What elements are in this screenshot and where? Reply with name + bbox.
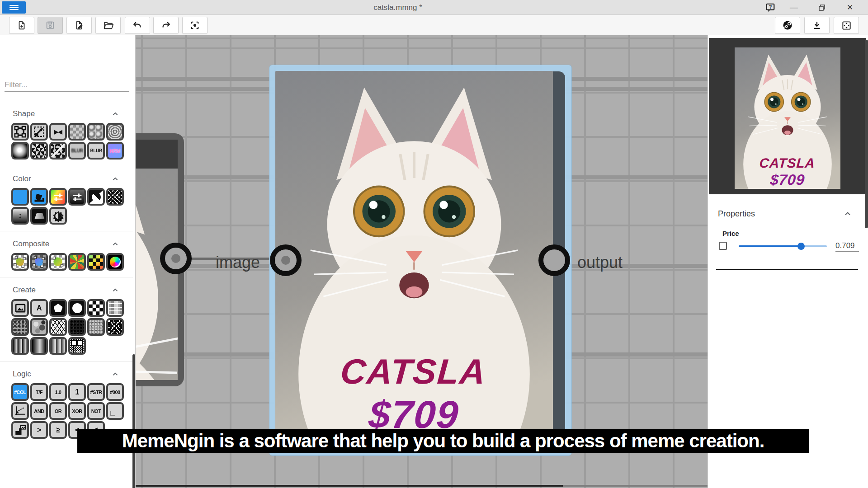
fit-view-button[interactable]: [834, 17, 859, 34]
normal-map-thumb[interactable]: NRM: [106, 142, 124, 160]
and-thumb[interactable]: AND: [30, 402, 48, 420]
node-graph-canvas[interactable]: image output: [136, 35, 708, 488]
focus-view-button[interactable]: [182, 17, 208, 34]
text-thumb[interactable]: A: [30, 299, 48, 317]
warp-thumb[interactable]: [49, 253, 67, 271]
restore-button[interactable]: [816, 1, 828, 14]
qrcode-thumb[interactable]: [68, 337, 86, 355]
pass-thumb[interactable]: [106, 402, 124, 420]
new-file-button[interactable]: [9, 17, 34, 34]
gradient-map-thumb[interactable]: ↕: [11, 207, 29, 225]
help-button[interactable]: ?: [764, 1, 777, 14]
redo-icon: [161, 20, 171, 30]
transform-thumb[interactable]: [11, 123, 29, 141]
dot-noise-thumb[interactable]: [11, 318, 29, 336]
bricks-thumb[interactable]: [106, 299, 124, 317]
camouflage-thumb[interactable]: [30, 318, 48, 336]
triangles-thumb[interactable]: [30, 142, 48, 160]
checkerboard-thumb[interactable]: [87, 299, 105, 317]
kaleidoscope-thumb[interactable]: [68, 253, 86, 271]
greater-equal-thumb[interactable]: ≥: [49, 421, 67, 439]
filter-input[interactable]: [5, 79, 129, 92]
section-label: Create: [13, 286, 36, 295]
levels-thumb[interactable]: [68, 188, 86, 206]
download-button[interactable]: [804, 17, 830, 34]
output-socket[interactable]: [538, 244, 570, 276]
color-transform-thumb[interactable]: [30, 253, 48, 271]
fill-color-thumb[interactable]: [30, 188, 48, 206]
polygon-thumb[interactable]: [49, 299, 67, 317]
price-checkbox[interactable]: [719, 242, 727, 250]
scatter-thumb[interactable]: [49, 142, 67, 160]
transform2d-thumb[interactable]: [11, 253, 29, 271]
output-pipe-thumb[interactable]: [11, 421, 29, 439]
pattern-checker-thumb[interactable]: [68, 123, 86, 141]
bw-noise-thumb[interactable]: [106, 188, 124, 206]
string-thumb[interactable]: #STR: [87, 383, 105, 401]
blur-soft-thumb[interactable]: BLUR: [68, 142, 86, 160]
panel-scrollbar[interactable]: [865, 40, 868, 228]
dark-noise-thumb[interactable]: [68, 318, 86, 336]
tonemap-thumb[interactable]: [30, 207, 48, 225]
bool-thumb[interactable]: T/F: [30, 383, 48, 401]
gray-noise-thumb[interactable]: [87, 318, 105, 336]
brightness-contrast-thumb[interactable]: [49, 207, 67, 225]
section-label: Color: [13, 174, 31, 183]
mirror-thumb[interactable]: ▶◀: [49, 123, 67, 141]
library-sections: Shape▶◀BLURBLURNRMColor↕CompositeCreateA…: [0, 101, 133, 440]
close-button[interactable]: ✕: [844, 1, 856, 14]
chevron-up-icon: [111, 175, 119, 183]
section-header-create[interactable]: Create: [0, 277, 133, 299]
redo-button[interactable]: [153, 17, 179, 34]
image-input-socket[interactable]: [270, 244, 302, 276]
gradient-bars-thumb[interactable]: [11, 337, 29, 355]
price-value-input[interactable]: [835, 240, 859, 252]
blur-thumb[interactable]: BLUR: [87, 142, 105, 160]
edit-file-button[interactable]: [66, 17, 92, 34]
float-thumb[interactable]: 1.0: [49, 383, 67, 401]
fit-view-icon: [841, 20, 852, 31]
sidebar-scrollbar[interactable]: [132, 354, 135, 488]
save-button[interactable]: [38, 17, 63, 34]
greater-thumb[interactable]: >: [30, 421, 48, 439]
undo-button[interactable]: [125, 17, 150, 34]
color-constant-thumb[interactable]: #COL: [11, 383, 29, 401]
invert-thumb[interactable]: [87, 188, 105, 206]
hex-thumb[interactable]: #000: [106, 383, 124, 401]
price-slider[interactable]: [739, 239, 827, 253]
int-thumb[interactable]: 1: [68, 383, 86, 401]
sphere-thumb[interactable]: [106, 253, 124, 271]
price-tag-node[interactable]: [269, 65, 571, 455]
gradient-light-thumb[interactable]: [49, 337, 67, 355]
xor-thumb[interactable]: XOR: [68, 402, 86, 420]
section-header-logic[interactable]: Logic: [0, 361, 133, 383]
section-header-composite[interactable]: Composite: [0, 231, 133, 253]
properties-panel: Properties Price: [708, 35, 868, 488]
gradient-thumb[interactable]: [30, 337, 48, 355]
curve-thumb[interactable]: [11, 402, 29, 420]
adjust-color-thumb[interactable]: [49, 188, 67, 206]
minimize-button[interactable]: —: [788, 1, 800, 14]
pattern-mandala-thumb[interactable]: [106, 123, 124, 141]
collapse-chevron-icon[interactable]: [843, 209, 852, 218]
pattern-cells-thumb[interactable]: [87, 123, 105, 141]
properties-divider: [716, 269, 858, 270]
steam-button[interactable]: [775, 17, 800, 34]
circle-thumb[interactable]: [68, 299, 86, 317]
open-folder-button[interactable]: [95, 17, 121, 34]
glow-thumb[interactable]: [11, 142, 29, 160]
price-slider-knob[interactable]: [797, 243, 805, 250]
or-thumb[interactable]: OR: [49, 402, 67, 420]
white-noise-thumb[interactable]: [106, 318, 124, 336]
resize-thumb[interactable]: [30, 123, 48, 141]
not-thumb[interactable]: NOT: [87, 402, 105, 420]
section-header-shape[interactable]: Shape: [0, 101, 133, 123]
source-output-socket[interactable]: [160, 243, 192, 274]
cells-thumb[interactable]: [49, 318, 67, 336]
image-thumb[interactable]: [11, 299, 29, 317]
section-header-color[interactable]: Color: [0, 166, 133, 188]
color-checker-thumb[interactable]: [87, 253, 105, 271]
solid-color-thumb[interactable]: [11, 188, 29, 206]
offscreen-node-edge: [136, 485, 563, 487]
undo-icon: [132, 20, 142, 30]
